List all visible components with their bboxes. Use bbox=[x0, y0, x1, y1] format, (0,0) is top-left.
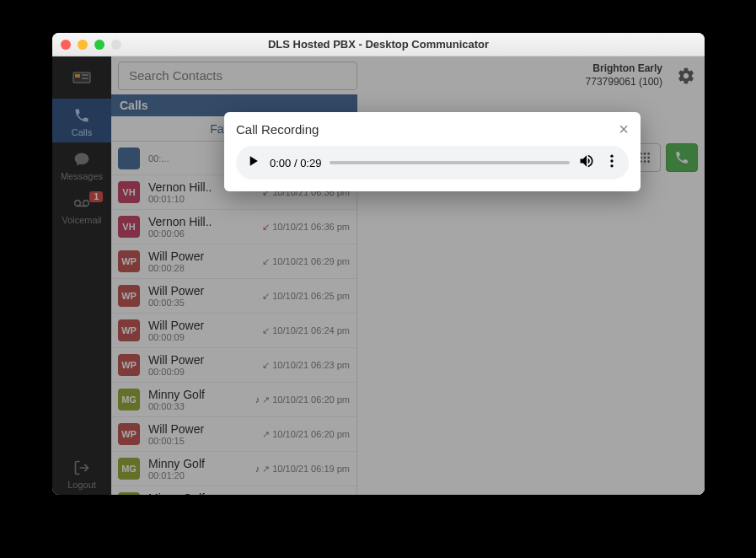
svg-point-17 bbox=[610, 155, 613, 158]
window-controls bbox=[61, 40, 121, 50]
modal-close-button[interactable]: × bbox=[619, 121, 629, 137]
window-title: DLS Hosted PBX - Desktop Communicator bbox=[52, 38, 705, 51]
audio-time: 0:00 / 0:29 bbox=[270, 157, 321, 169]
play-icon bbox=[244, 153, 261, 169]
audio-progress[interactable] bbox=[330, 161, 570, 164]
app-window: DLS Hosted PBX - Desktop Communicator Ca… bbox=[52, 33, 705, 495]
kebab-icon bbox=[603, 153, 620, 169]
audio-menu-button[interactable] bbox=[603, 153, 620, 173]
call-recording-modal: Call Recording × 0:00 / 0:29 bbox=[224, 112, 641, 191]
modal-title: Call Recording bbox=[236, 122, 319, 137]
close-window-button[interactable] bbox=[61, 40, 71, 50]
window-dot-disabled bbox=[111, 40, 121, 50]
minimize-window-button[interactable] bbox=[78, 40, 88, 50]
play-button[interactable] bbox=[244, 153, 261, 173]
audio-player: 0:00 / 0:29 bbox=[236, 146, 629, 180]
svg-point-19 bbox=[610, 164, 613, 167]
titlebar: DLS Hosted PBX - Desktop Communicator bbox=[52, 33, 705, 56]
maximize-window-button[interactable] bbox=[94, 40, 105, 50]
svg-point-18 bbox=[610, 159, 613, 162]
volume-button[interactable] bbox=[578, 153, 595, 173]
volume-icon bbox=[578, 153, 595, 169]
